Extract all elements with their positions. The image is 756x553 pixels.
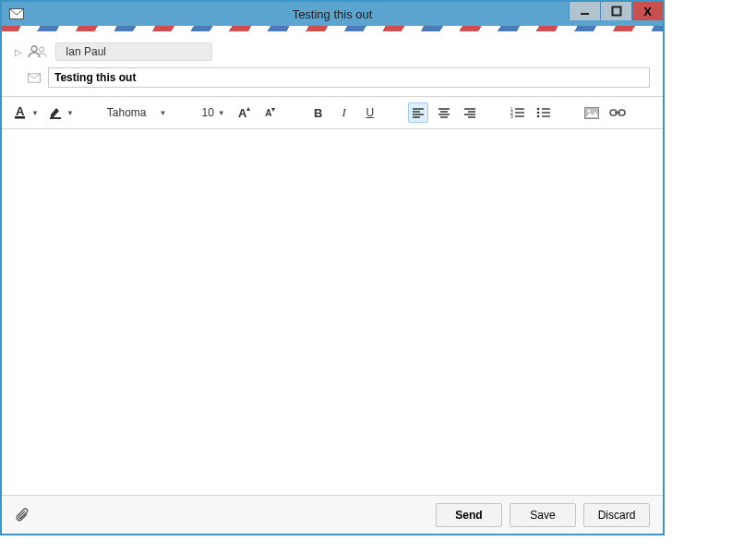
svg-point-4 [40,47,44,52]
expand-recipients-icon[interactable]: ▷ [15,47,24,57]
compose-content: ▷ Ian Paul A ▼ ▼ [2,31,663,534]
message-body[interactable] [2,129,663,495]
decrease-font-button[interactable]: A▾ [260,102,281,123]
align-left-button[interactable] [408,102,428,123]
people-icon[interactable] [28,45,48,58]
font-family-select[interactable]: Tahoma ▼ [103,102,171,123]
header-fields: ▷ Ian Paul [2,31,663,96]
to-row: ▷ Ian Paul [15,39,650,65]
bold-button[interactable]: B [308,102,329,123]
app-envelope-icon [9,8,24,19]
send-button[interactable]: Send [436,503,502,527]
underline-button[interactable]: U [360,102,380,123]
recipient-name: Ian Paul [66,45,106,58]
recipient-chip[interactable]: Ian Paul [55,42,212,61]
footer-bar: Send Save Discard [2,495,663,534]
align-right-button[interactable] [460,102,480,123]
font-size-value: 10 [201,106,213,119]
svg-rect-2 [612,7,620,16]
save-button[interactable]: Save [510,503,576,527]
compose-window: Testing this out X ▷ Ian Paul [0,0,665,535]
align-center-button[interactable] [434,102,454,123]
numbered-list-button[interactable]: 123 [508,102,528,123]
chevron-down-icon: ▼ [160,109,167,117]
font-size-select[interactable]: 10 ▼ [198,102,228,123]
titlebar: Testing this out X [2,2,663,26]
maximize-button[interactable] [600,2,631,20]
close-button[interactable]: X [631,2,663,20]
chevron-down-icon: ▼ [66,109,74,117]
insert-link-button[interactable] [607,102,628,123]
svg-text:A: A [16,105,25,118]
discard-button[interactable]: Discard [583,503,650,527]
svg-rect-8 [50,117,61,119]
insert-image-button[interactable] [582,102,602,123]
svg-point-28 [536,112,539,114]
increase-font-button[interactable]: A▴ [234,102,255,123]
subject-input[interactable] [48,67,650,88]
subject-row [15,65,650,90]
format-toolbar: A ▼ ▼ Tahoma ▼ 10 ▼ A▴ A▾ [2,96,663,129]
attachment-icon[interactable] [15,508,31,523]
font-color-button[interactable]: A ▼ [11,102,41,123]
font-family-value: Tahoma [107,106,147,119]
svg-point-27 [536,108,539,111]
highlight-button[interactable]: ▼ [46,102,76,123]
svg-point-34 [587,109,590,112]
svg-point-29 [536,115,539,118]
svg-point-3 [31,46,37,52]
window-controls: X [569,2,663,20]
envelope-icon [28,72,41,84]
italic-button[interactable]: I [334,102,354,123]
svg-rect-1 [581,13,589,15]
minimize-button[interactable] [569,2,600,20]
svg-rect-7 [15,116,25,119]
chevron-down-icon: ▼ [218,109,225,117]
window-title: Testing this out [293,7,373,21]
bullet-list-button[interactable] [534,102,554,123]
chevron-down-icon: ▼ [31,109,39,117]
svg-text:3: 3 [510,114,513,118]
